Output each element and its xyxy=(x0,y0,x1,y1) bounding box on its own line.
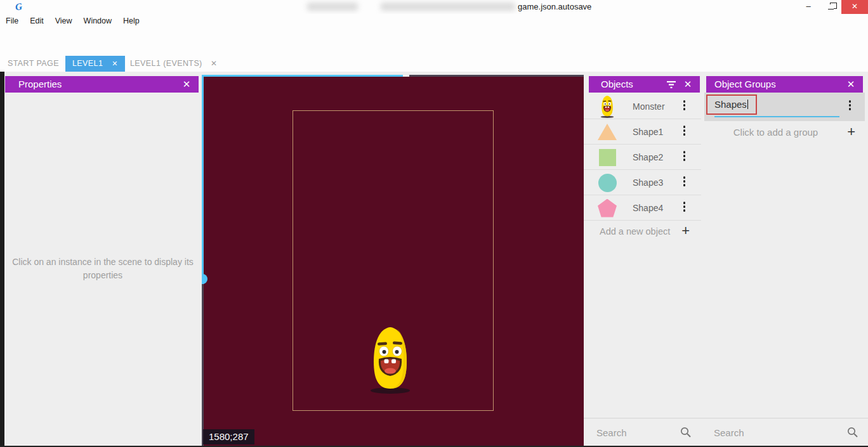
objects-panel-header: Objects ✕ xyxy=(589,76,700,93)
scene-hscrollbar-track[interactable] xyxy=(409,75,584,77)
minimize-button[interactable]: – xyxy=(797,0,820,14)
scene-editor-canvas[interactable]: 1580;287 xyxy=(202,72,584,446)
objects-panel-title: Objects xyxy=(601,79,633,89)
title-bar: G game.json.autosave – ✕ xyxy=(0,0,868,14)
objects-list: Monster Shape1 Shape2 Shape3 Shape4 xyxy=(584,94,701,221)
object-row-shape4[interactable]: Shape4 xyxy=(584,195,701,221)
groups-search-input[interactable] xyxy=(714,424,784,441)
object-menu-kebab-icon[interactable] xyxy=(683,150,686,162)
object-row-shape2[interactable]: Shape2 xyxy=(584,145,701,170)
add-group-label: Click to add a group xyxy=(701,122,850,143)
add-object-button[interactable]: Add a new object + xyxy=(584,221,701,242)
object-label: Shape2 xyxy=(633,145,663,170)
toolbar: 1:1 xyxy=(0,28,868,56)
plus-icon: + xyxy=(681,221,690,241)
redacted-title-segment xyxy=(381,3,515,11)
properties-empty-message: Click on an instance in the scene to dis… xyxy=(11,256,195,282)
plus-icon: + xyxy=(847,122,855,141)
close-button[interactable]: ✕ xyxy=(841,0,868,14)
object-groups-panel-header: Object Groups ✕ xyxy=(706,76,863,93)
tab-level1-close-icon[interactable]: ✕ xyxy=(112,56,118,72)
scene-hscrollbar[interactable] xyxy=(204,75,403,77)
object-menu-kebab-icon[interactable] xyxy=(683,176,686,187)
properties-panel: Properties ✕ Click on an instance in the… xyxy=(4,72,202,446)
object-groups-panel-title: Object Groups xyxy=(714,79,776,89)
object-label: Shape1 xyxy=(633,119,663,145)
object-menu-kebab-icon[interactable] xyxy=(683,125,686,136)
object-label: Monster xyxy=(633,94,665,119)
triangle-icon xyxy=(597,122,617,142)
tab-level1-events-close-icon[interactable]: ✕ xyxy=(211,56,217,72)
object-groups-panel: Object Groups ✕ Shapes Click to add a gr… xyxy=(701,72,868,446)
group-menu-kebab-icon[interactable] xyxy=(849,100,852,111)
menu-help[interactable]: Help xyxy=(117,14,145,28)
gdevelop-window: G game.json.autosave – ✕ FileEditViewWin… xyxy=(0,0,868,447)
scene-vscrollbar-track[interactable] xyxy=(202,284,204,446)
properties-panel-header: Properties ✕ xyxy=(5,76,199,93)
object-groups-close-icon[interactable]: ✕ xyxy=(845,76,857,93)
menu-bar: FileEditViewWindowHelp xyxy=(0,14,868,28)
scene-vscrollbar[interactable] xyxy=(202,75,204,279)
search-icon xyxy=(847,427,858,437)
object-row-shape1[interactable]: Shape1 xyxy=(584,119,701,145)
menu-view[interactable]: View xyxy=(49,14,78,28)
cursor-coordinates: 1580;287 xyxy=(203,429,254,444)
annotation-highlight-box xyxy=(706,94,757,115)
square-icon xyxy=(597,147,617,167)
objects-panel: Objects ✕ Monster Shape1 Shape2 S xyxy=(584,72,701,446)
menu-edit[interactable]: Edit xyxy=(24,14,49,28)
left-dark-edge xyxy=(0,72,4,447)
properties-panel-title: Properties xyxy=(18,79,62,89)
object-label: Shape3 xyxy=(633,170,663,195)
tab-level1-label: LEVEL1 xyxy=(65,56,103,72)
filter-icon[interactable] xyxy=(666,79,677,89)
object-row-monster[interactable]: Monster xyxy=(584,94,701,119)
gdevelop-logo-icon: G xyxy=(15,1,27,13)
objects-search-input[interactable] xyxy=(596,424,666,441)
object-row-shape3[interactable]: Shape3 xyxy=(584,170,701,195)
restore-button[interactable] xyxy=(820,0,841,14)
menu-file[interactable]: File xyxy=(0,14,24,28)
objects-search-bar xyxy=(584,418,701,446)
tab-level1[interactable]: LEVEL1 ✕ xyxy=(65,56,125,72)
properties-close-icon[interactable]: ✕ xyxy=(181,76,192,93)
search-icon xyxy=(680,427,691,437)
restore-icon xyxy=(828,4,834,10)
add-group-button[interactable]: Click to add a group + xyxy=(701,122,868,143)
window-title: game.json.autosave xyxy=(518,0,591,14)
circle-icon xyxy=(597,172,617,193)
pentagon-icon xyxy=(597,198,617,218)
input-underline xyxy=(714,116,839,117)
monster-instance[interactable] xyxy=(369,325,411,394)
objects-close-icon[interactable]: ✕ xyxy=(682,76,694,93)
object-menu-kebab-icon[interactable] xyxy=(683,100,686,111)
monster-icon xyxy=(599,95,615,118)
object-label: Shape4 xyxy=(633,195,663,221)
redacted-title-segment xyxy=(307,3,358,11)
tab-level1-events[interactable]: LEVEL1 (EVENTS) xyxy=(130,56,202,72)
tab-bar: START PAGE LEVEL1 ✕ LEVEL1 (EVENTS) ✕ xyxy=(0,56,868,72)
object-menu-kebab-icon[interactable] xyxy=(683,201,686,212)
add-object-label: Add a new object xyxy=(600,221,670,242)
menu-window[interactable]: Window xyxy=(78,14,117,28)
tab-start-page[interactable]: START PAGE xyxy=(0,56,67,72)
groups-search-bar xyxy=(701,418,868,446)
